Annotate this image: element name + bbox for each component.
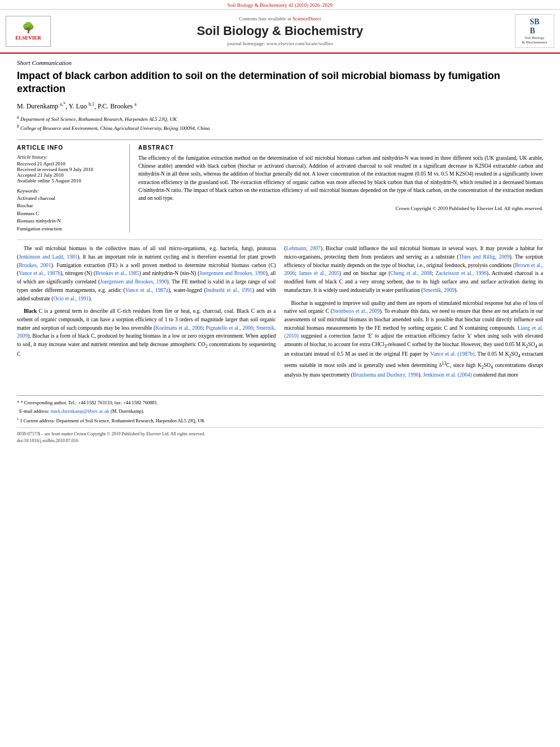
ref-ocio[interactable]: Ocio et al., 1991 [53, 296, 89, 302]
article-title: Impact of black carbon addition to soil … [17, 69, 543, 96]
article-type: Short Communication [17, 59, 543, 66]
affiliations: a Department of Soil Science, Rothamsted… [17, 114, 543, 133]
article-info-panel: ARTICLE INFO Article history: Received 2… [17, 145, 130, 233]
ref-koelmans[interactable]: Koelmans et al., 2006 [155, 325, 203, 331]
ref-zackrisson[interactable]: Zackrisson et al., 1996 [436, 270, 487, 276]
ref-cheng[interactable]: Cheng et al., 2008 [390, 270, 432, 276]
keyword-3: Biomass C [17, 210, 124, 218]
footer-doi: doi:10.1016/j.soilbio.2010.07.016 [17, 438, 543, 444]
journal-citation: Soil Biology & Biochemistry 42 (2010) 20… [0, 0, 560, 10]
body-col2-para-1: (Lehmann, 2007). Biochar could influence… [285, 244, 544, 294]
journal-logo-image: SBB Soil Biology& Biochemistry [515, 14, 554, 48]
elsevier-text: ELSEVIER [15, 35, 41, 41]
keyword-4: Biomass ninhydrin-N [17, 217, 124, 225]
journal-center-info: Contents lists available at ScienceDirec… [56, 16, 504, 46]
keyword-2: Biochar [17, 202, 124, 210]
sb-logo-fullname: Soil Biology& Biochemistry [522, 36, 548, 45]
ref-joergensen90[interactable]: Joergensen and Brookes, 1990 [199, 270, 265, 276]
ref-brookes2001[interactable]: Brookes, 2001 [19, 263, 51, 268]
corresponding-note: * * Corresponding author. Tel.: +44 1582… [17, 399, 543, 407]
received-date: Received 21 April 2010 [17, 161, 124, 167]
journal-header: 🌳 ELSEVIER Contents lists available at S… [0, 10, 560, 54]
article-info-abstract: ARTICLE INFO Article history: Received 2… [17, 139, 543, 233]
copyright-line: Crown Copyright © 2010 Published by Else… [138, 206, 543, 211]
ref-brookes85[interactable]: Brookes et al., 1985 [95, 270, 139, 276]
footer-divider [17, 427, 543, 428]
ref-jenkinson2004[interactable]: Jenkinson et al. (2004) [423, 372, 472, 378]
journal-title: Soil Biology & Biochemistry [56, 24, 504, 38]
ref-joergensen90b[interactable]: Joergensen and Brookes, 1990 [100, 279, 167, 285]
abstract-title: ABSTRACT [138, 145, 543, 151]
ref-vance87b[interactable]: Vance et al., 1987b [19, 270, 60, 276]
ref-smernik2[interactable]: Smernik, 2009 [423, 287, 454, 293]
keywords-section: Keywords: Activated charcoal Biochar Bio… [17, 188, 124, 233]
body-column-2: (Lehmann, 2007). Biochar could influence… [285, 244, 544, 383]
elsevier-logo: 🌳 ELSEVIER [6, 16, 51, 47]
ref-jenkinson[interactable]: Jenkinson and Ladd, 1981 [19, 254, 77, 260]
available-date: Available online 5 August 2010 [17, 178, 124, 184]
sciencedirect-link: Contents lists available at ScienceDirec… [56, 16, 504, 21]
journal-logo-right-area: SBB Soil Biology& Biochemistry [504, 14, 554, 48]
accepted-date: Accepted 21 July 2010 [17, 172, 124, 178]
abstract-panel: ABSTRACT The efficiency of the fumigatio… [138, 145, 543, 233]
ref-james[interactable]: James et al., 2005 [299, 270, 339, 276]
ref-inubushi[interactable]: Inubushi et al., 1991 [206, 287, 252, 293]
body-col2-para-2: Biochar is suggested to improve soil qua… [285, 299, 544, 379]
affiliation-b: b College of Resource and Environment, C… [17, 123, 543, 133]
black-heading: Black [24, 308, 37, 314]
main-content: Short Communication Impact of black carb… [0, 54, 560, 390]
page-footer: * * Corresponding author. Tel.: +44 1582… [17, 395, 543, 444]
email-link[interactable]: mark.durenkamp@bbsrc.ac.uk [50, 408, 109, 414]
keyword-5: Fumigation extraction [17, 225, 124, 233]
email-note: E-mail address: mark.durenkamp@bbsrc.ac.… [17, 408, 543, 415]
journal-homepage: journal homepage: www.elsevier.com/locat… [56, 41, 504, 46]
ref-vance87a[interactable]: Vance et al., 1987a [125, 287, 169, 293]
sb-logo-letters: SBB [530, 18, 539, 36]
sciencedirect-url[interactable]: ScienceDirect [292, 16, 321, 21]
history-label: Article history: [17, 154, 124, 160]
ref-pignatello[interactable]: Pignatello et al., 2006 [206, 325, 253, 331]
keywords-label: Keywords: [17, 188, 124, 194]
revised-date: Received in revised form 9 July 2010 [17, 167, 124, 172]
ref-liang[interactable]: Liang et al. (2010) [285, 325, 544, 339]
ref-vance87b2[interactable]: Vance et al. (1987b) [430, 351, 474, 357]
body-column-1: The soil microbial biomass is the collec… [17, 244, 276, 383]
ref-bruulsema[interactable]: Bruulsema and Duxbury, 1996 [353, 372, 419, 378]
body-para-1: The soil microbial biomass is the collec… [17, 244, 276, 303]
authors: M. Durenkamp a,*, Y. Luo b,1, P.C. Brook… [17, 102, 543, 111]
footnote-1: 1 1 Current address: Department of Soil … [17, 417, 543, 425]
elsevier-tree-icon: 🌳 [22, 21, 34, 34]
ref-steinbeiss[interactable]: Steinbeiss et al., 2009 [333, 308, 380, 314]
ref-thies[interactable]: Thies and Rillig, 2009 [459, 254, 510, 260]
abstract-text: The efficiency of the fumigation extract… [138, 154, 543, 203]
ref-lehmann[interactable]: Lehmann, 2007 [286, 246, 321, 251]
keyword-1: Activated charcoal [17, 195, 124, 203]
footer-issn: 0038-0717/$ – see front matter Crown Cop… [17, 431, 543, 438]
elsevier-logo-area: 🌳 ELSEVIER [6, 16, 56, 47]
body-text: The soil microbial biomass is the collec… [17, 239, 543, 383]
article-info-title: ARTICLE INFO [17, 145, 124, 151]
body-para-2: Black C is a general term to describe al… [17, 307, 276, 359]
affiliation-a: a Department of Soil Science, Rothamsted… [17, 114, 543, 124]
